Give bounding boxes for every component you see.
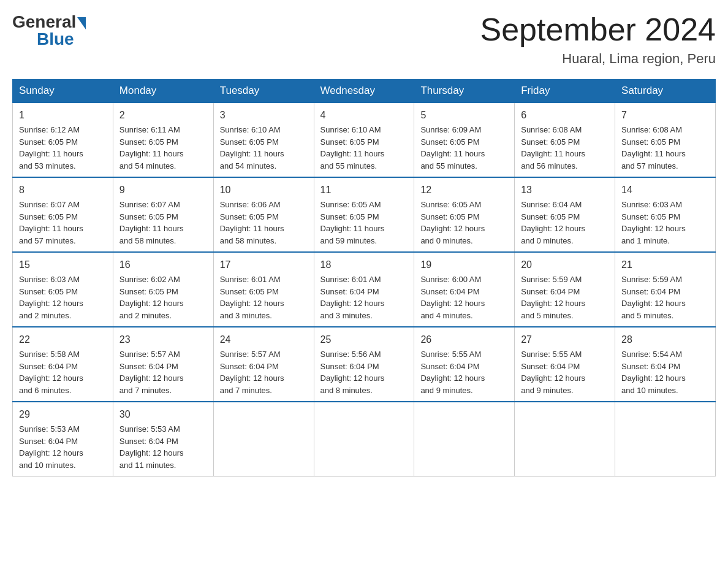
calendar-week-row: 29Sunrise: 5:53 AMSunset: 6:04 PMDayligh… xyxy=(13,402,716,477)
logo: General Blue xyxy=(12,12,87,49)
day-info: Sunrise: 6:06 AMSunset: 6:05 PMDaylight:… xyxy=(220,200,284,245)
calendar-day-cell: 19Sunrise: 6:00 AMSunset: 6:04 PMDayligh… xyxy=(414,252,515,327)
calendar-week-row: 22Sunrise: 5:58 AMSunset: 6:04 PMDayligh… xyxy=(13,327,716,402)
calendar-day-cell: 27Sunrise: 5:55 AMSunset: 6:04 PMDayligh… xyxy=(515,327,615,402)
day-info: Sunrise: 5:57 AMSunset: 6:04 PMDaylight:… xyxy=(220,350,284,395)
calendar-day-cell: 8Sunrise: 6:07 AMSunset: 6:05 PMDaylight… xyxy=(13,177,113,252)
day-number: 24 xyxy=(220,332,308,347)
calendar-day-cell: 26Sunrise: 5:55 AMSunset: 6:04 PMDayligh… xyxy=(414,327,515,402)
calendar-day-cell: 28Sunrise: 5:54 AMSunset: 6:04 PMDayligh… xyxy=(615,327,716,402)
calendar-day-cell: 20Sunrise: 5:59 AMSunset: 6:04 PMDayligh… xyxy=(515,252,615,327)
day-info: Sunrise: 6:08 AMSunset: 6:05 PMDaylight:… xyxy=(621,125,686,170)
day-info: Sunrise: 5:59 AMSunset: 6:04 PMDaylight:… xyxy=(621,275,686,320)
day-info: Sunrise: 5:58 AMSunset: 6:04 PMDaylight:… xyxy=(19,350,83,395)
day-number: 5 xyxy=(420,108,508,123)
calendar-weekday-wednesday: Wednesday xyxy=(314,80,414,103)
day-info: Sunrise: 6:02 AMSunset: 6:05 PMDaylight:… xyxy=(119,275,184,320)
calendar-day-cell: 11Sunrise: 6:05 AMSunset: 6:05 PMDayligh… xyxy=(314,177,414,252)
calendar-header-row: SundayMondayTuesdayWednesdayThursdayFrid… xyxy=(13,80,716,103)
day-info: Sunrise: 6:10 AMSunset: 6:05 PMDaylight:… xyxy=(220,125,284,170)
day-number: 22 xyxy=(19,332,107,347)
day-number: 11 xyxy=(320,183,408,197)
calendar-day-cell: 6Sunrise: 6:08 AMSunset: 6:05 PMDaylight… xyxy=(515,102,615,177)
day-number: 15 xyxy=(19,258,107,272)
calendar-day-cell: 23Sunrise: 5:57 AMSunset: 6:04 PMDayligh… xyxy=(113,327,213,402)
calendar-day-cell xyxy=(515,402,615,477)
day-info: Sunrise: 6:11 AMSunset: 6:05 PMDaylight:… xyxy=(119,125,184,170)
day-number: 16 xyxy=(119,258,207,272)
calendar-day-cell xyxy=(314,402,414,477)
day-number: 7 xyxy=(621,108,709,123)
day-number: 26 xyxy=(420,332,508,347)
calendar-day-cell: 2Sunrise: 6:11 AMSunset: 6:05 PMDaylight… xyxy=(113,102,213,177)
day-number: 28 xyxy=(621,332,709,347)
day-info: Sunrise: 6:07 AMSunset: 6:05 PMDaylight:… xyxy=(19,200,83,245)
day-number: 29 xyxy=(19,407,107,422)
calendar-week-row: 15Sunrise: 6:03 AMSunset: 6:05 PMDayligh… xyxy=(13,252,716,327)
calendar-day-cell: 4Sunrise: 6:10 AMSunset: 6:05 PMDaylight… xyxy=(314,102,414,177)
day-info: Sunrise: 6:12 AMSunset: 6:05 PMDaylight:… xyxy=(19,125,83,170)
calendar-week-row: 1Sunrise: 6:12 AMSunset: 6:05 PMDaylight… xyxy=(13,102,716,177)
day-number: 30 xyxy=(119,407,207,422)
day-info: Sunrise: 6:05 AMSunset: 6:05 PMDaylight:… xyxy=(420,200,485,245)
day-number: 2 xyxy=(119,108,207,123)
day-info: Sunrise: 5:55 AMSunset: 6:04 PMDaylight:… xyxy=(521,350,585,395)
calendar-day-cell: 10Sunrise: 6:06 AMSunset: 6:05 PMDayligh… xyxy=(213,177,314,252)
day-info: Sunrise: 6:04 AMSunset: 6:05 PMDaylight:… xyxy=(521,200,585,245)
day-info: Sunrise: 5:56 AMSunset: 6:04 PMDaylight:… xyxy=(320,350,385,395)
calendar-table: SundayMondayTuesdayWednesdayThursdayFrid… xyxy=(12,79,716,477)
day-info: Sunrise: 6:08 AMSunset: 6:05 PMDaylight:… xyxy=(521,125,585,170)
calendar-day-cell: 18Sunrise: 6:01 AMSunset: 6:04 PMDayligh… xyxy=(314,252,414,327)
page-header: General Blue September 2024 Huaral, Lima… xyxy=(12,12,716,67)
calendar-day-cell: 7Sunrise: 6:08 AMSunset: 6:05 PMDaylight… xyxy=(615,102,716,177)
calendar-day-cell: 5Sunrise: 6:09 AMSunset: 6:05 PMDaylight… xyxy=(414,102,515,177)
calendar-week-row: 8Sunrise: 6:07 AMSunset: 6:05 PMDaylight… xyxy=(13,177,716,252)
day-info: Sunrise: 6:09 AMSunset: 6:05 PMDaylight:… xyxy=(420,125,485,170)
calendar-weekday-thursday: Thursday xyxy=(414,80,515,103)
calendar-day-cell: 14Sunrise: 6:03 AMSunset: 6:05 PMDayligh… xyxy=(615,177,716,252)
day-number: 21 xyxy=(621,258,709,272)
day-info: Sunrise: 6:10 AMSunset: 6:05 PMDaylight:… xyxy=(320,125,385,170)
day-info: Sunrise: 6:01 AMSunset: 6:05 PMDaylight:… xyxy=(220,275,284,320)
day-info: Sunrise: 5:53 AMSunset: 6:04 PMDaylight:… xyxy=(119,424,184,470)
calendar-day-cell xyxy=(414,402,515,477)
calendar-day-cell: 30Sunrise: 5:53 AMSunset: 6:04 PMDayligh… xyxy=(113,402,213,477)
day-number: 4 xyxy=(320,108,408,123)
logo-arrow-icon xyxy=(77,17,86,29)
calendar-day-cell: 12Sunrise: 6:05 AMSunset: 6:05 PMDayligh… xyxy=(414,177,515,252)
calendar-title: September 2024 xyxy=(480,12,716,47)
calendar-day-cell: 16Sunrise: 6:02 AMSunset: 6:05 PMDayligh… xyxy=(113,252,213,327)
day-info: Sunrise: 5:59 AMSunset: 6:04 PMDaylight:… xyxy=(521,275,585,320)
day-number: 25 xyxy=(320,332,408,347)
calendar-day-cell: 3Sunrise: 6:10 AMSunset: 6:05 PMDaylight… xyxy=(213,102,314,177)
calendar-day-cell: 25Sunrise: 5:56 AMSunset: 6:04 PMDayligh… xyxy=(314,327,414,402)
day-info: Sunrise: 6:05 AMSunset: 6:05 PMDaylight:… xyxy=(320,200,385,245)
day-number: 12 xyxy=(420,183,508,197)
calendar-day-cell xyxy=(213,402,314,477)
day-info: Sunrise: 6:03 AMSunset: 6:05 PMDaylight:… xyxy=(621,200,686,245)
day-number: 14 xyxy=(621,183,709,197)
day-info: Sunrise: 5:57 AMSunset: 6:04 PMDaylight:… xyxy=(119,350,184,395)
day-number: 18 xyxy=(320,258,408,272)
day-number: 6 xyxy=(521,108,609,123)
calendar-weekday-tuesday: Tuesday xyxy=(213,80,314,103)
day-info: Sunrise: 6:03 AMSunset: 6:05 PMDaylight:… xyxy=(19,275,83,320)
day-number: 19 xyxy=(420,258,508,272)
day-info: Sunrise: 5:55 AMSunset: 6:04 PMDaylight:… xyxy=(420,350,485,395)
day-number: 13 xyxy=(521,183,609,197)
calendar-day-cell: 9Sunrise: 6:07 AMSunset: 6:05 PMDaylight… xyxy=(113,177,213,252)
calendar-day-cell: 17Sunrise: 6:01 AMSunset: 6:05 PMDayligh… xyxy=(213,252,314,327)
calendar-day-cell: 13Sunrise: 6:04 AMSunset: 6:05 PMDayligh… xyxy=(515,177,615,252)
calendar-weekday-sunday: Sunday xyxy=(13,80,113,103)
logo-blue-text: Blue xyxy=(37,29,74,49)
day-number: 9 xyxy=(119,183,207,197)
calendar-subtitle: Huaral, Lima region, Peru xyxy=(480,51,716,67)
day-info: Sunrise: 6:00 AMSunset: 6:04 PMDaylight:… xyxy=(420,275,485,320)
calendar-weekday-friday: Friday xyxy=(515,80,615,103)
day-info: Sunrise: 6:01 AMSunset: 6:04 PMDaylight:… xyxy=(320,275,385,320)
calendar-weekday-monday: Monday xyxy=(113,80,213,103)
calendar-day-cell xyxy=(615,402,716,477)
calendar-day-cell: 24Sunrise: 5:57 AMSunset: 6:04 PMDayligh… xyxy=(213,327,314,402)
day-number: 20 xyxy=(521,258,609,272)
day-info: Sunrise: 5:53 AMSunset: 6:04 PMDaylight:… xyxy=(19,424,83,470)
